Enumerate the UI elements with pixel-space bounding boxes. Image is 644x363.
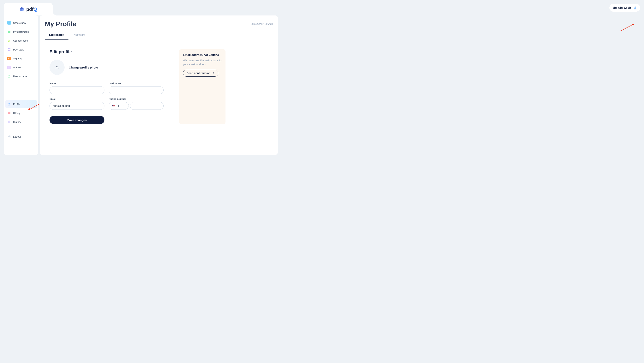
logo-text: pdfQ (26, 7, 37, 12)
profile-icon (7, 102, 11, 106)
sidebar-item-ai-tools[interactable]: AI tools (6, 63, 37, 72)
users-icon (7, 39, 11, 42)
svg-point-15 (56, 66, 58, 67)
sidebar-item-label: Create new (13, 22, 26, 24)
lastname-input[interactable] (109, 86, 164, 94)
svg-rect-6 (8, 50, 9, 51)
sidebar-item-label: My documents (13, 30, 30, 33)
verify-email-card: Email address not verified We have sent … (179, 49, 226, 124)
sidebar-item-label: Billing (13, 112, 20, 115)
person-icon (55, 65, 59, 70)
customer-id: Customer ID: 906408 (251, 23, 273, 25)
chevron-down-icon (123, 105, 126, 107)
grid-icon (7, 48, 11, 51)
card-icon (7, 111, 11, 115)
sidebar-item-collaboration[interactable]: Collaboration (6, 36, 37, 45)
sidebar-item-label: History (13, 121, 21, 123)
sidebar-item-label: Collaboration (13, 39, 28, 42)
name-label: Name (50, 82, 104, 85)
svg-rect-5 (10, 48, 10, 49)
section-title: Edit profile (50, 49, 164, 54)
us-flag-icon (112, 105, 115, 107)
sidebar-item-label: User access (13, 75, 27, 78)
sidebar-item-pdf-tools[interactable]: PDF tools (6, 45, 37, 54)
sidebar-item-logout[interactable]: Logout (6, 132, 37, 141)
lastname-label: Last name (109, 82, 164, 85)
verify-title: Email address not verified (183, 53, 222, 57)
folder-icon (7, 30, 11, 34)
main-content: My Profile Customer ID: 906408 Edit prof… (40, 16, 278, 155)
country-code-select[interactable]: +1 (109, 102, 129, 110)
user-access-icon (7, 75, 11, 78)
svg-rect-8 (7, 57, 11, 60)
sidebar-item-history[interactable]: History (6, 118, 37, 126)
tabs: Edit profile Password (45, 30, 273, 40)
name-input[interactable] (50, 86, 104, 94)
sidebar-item-signing[interactable]: Signing (6, 54, 37, 63)
chevron-right-icon (32, 48, 35, 51)
svg-point-11 (8, 103, 10, 104)
sidebar-item-label: Signing (13, 57, 22, 60)
phone-input[interactable] (130, 102, 164, 110)
svg-rect-7 (10, 50, 10, 51)
plus-icon (7, 21, 11, 25)
svg-rect-13 (8, 113, 10, 113)
svg-point-10 (8, 75, 10, 76)
save-button[interactable]: Save changes (50, 116, 104, 124)
arrow-right-icon (212, 72, 215, 75)
email-label: Email (50, 98, 104, 100)
sidebar-item-label: Logout (13, 135, 21, 138)
logout-icon (7, 135, 11, 138)
sidebar-item-label: PDF tools (13, 48, 24, 51)
verify-text: We have sent the instructions to your em… (183, 59, 222, 67)
tab-edit-profile[interactable]: Edit profile (45, 30, 68, 40)
sidebar: Create new My documents Collaboration PD… (4, 16, 38, 155)
logo-cube-icon (19, 7, 24, 12)
sparkle-icon (7, 66, 11, 69)
sidebar-item-my-documents[interactable]: My documents (6, 28, 37, 36)
svg-point-3 (9, 40, 10, 41)
phone-label: Phone number (109, 98, 164, 100)
sidebar-item-user-access[interactable]: User access (6, 72, 37, 81)
sidebar-item-label: Profile (13, 103, 20, 106)
email-input[interactable] (50, 102, 104, 110)
sidebar-item-label: AI tools (13, 66, 22, 69)
page-title: My Profile (45, 20, 76, 28)
clock-icon (7, 120, 11, 124)
sidebar-item-profile[interactable]: Profile (6, 100, 37, 108)
sidebar-item-billing[interactable]: Billing (6, 109, 37, 117)
change-photo-link[interactable]: Change profile photo (69, 66, 98, 69)
svg-point-2 (8, 40, 9, 41)
profile-photo-placeholder[interactable] (50, 60, 64, 75)
tab-password[interactable]: Password (68, 30, 90, 40)
sidebar-item-create-new[interactable]: Create new (6, 19, 37, 27)
signature-icon (7, 57, 11, 60)
logo[interactable]: pdfQ (4, 3, 52, 16)
send-confirmation-button[interactable]: Send confirmation (183, 70, 218, 77)
svg-rect-4 (8, 48, 9, 49)
